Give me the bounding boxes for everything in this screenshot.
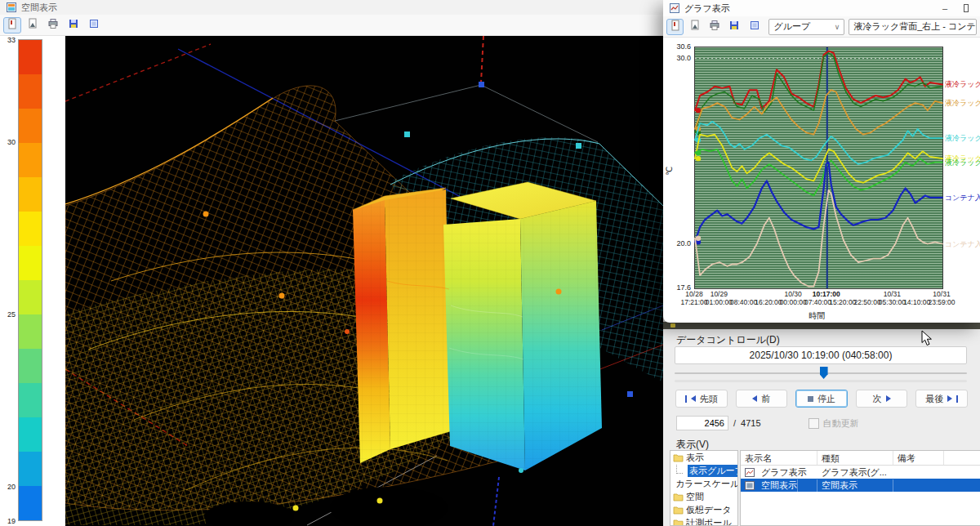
prev-button[interactable]: 前 [736, 390, 788, 408]
skip-end-icon [947, 395, 952, 402]
prev-icon [752, 395, 757, 402]
color-scale-block [19, 452, 42, 486]
color-scale-block [19, 417, 42, 452]
spatial-3d-scene [65, 36, 663, 526]
table-row[interactable]: グラフ表示グラフ表示(グ... [741, 466, 980, 479]
series-label: 液冷ラック背面 [945, 79, 980, 90]
color-scale-block [19, 40, 42, 74]
time-slider-thumb[interactable] [820, 367, 828, 379]
page-setup-icon [670, 20, 681, 33]
save-button[interactable] [65, 17, 82, 33]
page-setup-icon [7, 18, 18, 32]
folder-icon [673, 493, 684, 501]
spatial-view-icon [745, 481, 755, 490]
chart-plot[interactable] [694, 47, 943, 289]
copy-icon [88, 18, 100, 32]
chart-series-line [695, 122, 942, 164]
maximize-icon [964, 4, 969, 12]
y-tick-label: 30.0 [663, 54, 691, 62]
tree-item[interactable]: 表示グループ [670, 464, 737, 477]
right-dock: データコントロール(D) 2025/10/30 10:19:00 (040:58… [663, 329, 980, 526]
tree-item[interactable]: カラースケール [670, 477, 737, 490]
group-select[interactable]: グループ∨ [768, 19, 844, 35]
chart-series-line [695, 163, 942, 243]
page-setup-button[interactable] [3, 17, 21, 33]
cursor-time-label: 10:17:00 [807, 290, 846, 298]
stop-icon [808, 396, 813, 402]
frame-index-input[interactable] [676, 416, 728, 430]
color-scale [18, 39, 42, 521]
color-scale-block [19, 383, 42, 417]
copy-button[interactable] [746, 19, 763, 35]
table-header: 表示名種類備考 [741, 451, 980, 466]
next-icon [886, 395, 891, 402]
column-header[interactable]: 備考 [893, 451, 944, 465]
color-scale-label: 33 [2, 36, 16, 44]
frame-counter-separator: / [733, 418, 736, 428]
print-button[interactable] [44, 17, 62, 33]
color-scale-block [19, 177, 42, 212]
time-slider-track[interactable] [675, 372, 967, 374]
color-scale-block [19, 109, 42, 143]
print-button[interactable] [706, 19, 724, 35]
spatial-toolbar [0, 15, 663, 36]
color-scale-block [19, 74, 42, 109]
skip-start-icon [685, 395, 687, 403]
series-select[interactable]: 液冷ラック背面_右上 - コンテナ入口側_右 [849, 19, 977, 35]
colorbar-gutter: 3330252019 [0, 36, 65, 526]
column-header[interactable]: 表示名 [741, 451, 817, 465]
time-slider-groove [675, 380, 967, 382]
graph-window: グラフ表示 – グループ∨液冷ラック背面_右上 - コンテナ入口側_右 30.6… [663, 0, 980, 323]
copy-icon [749, 20, 760, 33]
folder-icon [673, 506, 684, 515]
playback-buttons: 先頭前停止次最後 [675, 390, 968, 408]
y-tick-label: 30.6 [663, 42, 691, 51]
series-label: 液冷ラック背面 [945, 158, 980, 168]
minimize-button[interactable]: – [938, 2, 952, 14]
graph-view-icon [745, 468, 755, 477]
checkbox-icon [808, 418, 819, 429]
color-scale-block [19, 246, 42, 280]
graph-window-icon [670, 3, 679, 13]
folder-icon [670, 323, 675, 328]
series-label: コンテナ入口側 [945, 239, 980, 250]
next-button[interactable]: 次 [856, 390, 908, 408]
stop-button[interactable]: 停止 [795, 390, 848, 408]
save-button[interactable] [726, 19, 743, 35]
display-tree: 表示表示グループカラースケール空間仮想データ計測ポール [670, 450, 738, 526]
y-axis-title: ℃ [665, 167, 674, 176]
spatial-body: 3330252019 [0, 36, 663, 526]
auto-update-checkbox[interactable]: 自動更新 [808, 417, 859, 430]
tree-item[interactable]: 計測ポール [670, 516, 737, 526]
tree-item[interactable]: 表示 [670, 451, 737, 464]
copy-button[interactable] [85, 17, 103, 33]
group-select-value: グループ [773, 20, 810, 33]
color-scale-block [19, 486, 42, 520]
data-control-title: データコントロール(D) [676, 333, 780, 347]
print-preview-button[interactable] [24, 17, 42, 33]
color-scale-label: 30 [2, 138, 16, 146]
series-label: 液冷ラック背面 [945, 98, 980, 109]
color-scale-label: 25 [2, 310, 16, 319]
series-start-marker [696, 236, 701, 241]
page-setup-button[interactable] [666, 19, 684, 35]
print-preview-button[interactable] [686, 19, 703, 35]
tree-item[interactable]: 空間 [670, 490, 737, 503]
frame-counter-row: / 4715 自動更新 [676, 416, 859, 430]
color-scale-block [19, 314, 42, 349]
print-preview-icon [689, 20, 701, 33]
column-header[interactable]: 種類 [817, 451, 893, 465]
app-root: 空間表示 3330252019 [0, 0, 980, 526]
spatial-3d-viewport[interactable] [65, 36, 663, 526]
first-button[interactable]: 先頭 [675, 390, 728, 408]
print-icon [709, 20, 720, 33]
chart-canvas [695, 47, 942, 288]
table-row[interactable]: 空間表示空間表示 [741, 479, 980, 492]
mouse-cursor [921, 330, 933, 346]
tree-item[interactable]: 仮想データ [670, 503, 737, 516]
print-preview-icon [27, 18, 38, 32]
maximize-button[interactable] [959, 2, 973, 14]
last-button[interactable]: 最後 [915, 390, 968, 408]
spatial-window-icon [7, 2, 16, 12]
save-icon [68, 18, 79, 32]
